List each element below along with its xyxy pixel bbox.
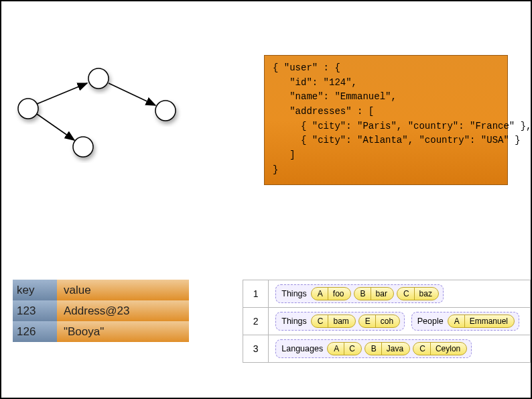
row-index: 1: [243, 280, 269, 308]
directed-graph: [15, 62, 202, 169]
kv-pill: CCeylon: [413, 342, 467, 355]
table-row: 1 Things Afoo Bbar Cbaz: [243, 280, 531, 308]
pill-val: C: [344, 343, 361, 355]
json-line: }: [273, 164, 278, 175]
row-cell: Languages AC BJava CCeylon: [269, 335, 531, 363]
kv-header-val: value: [57, 280, 189, 300]
pill-val: Java: [382, 343, 409, 355]
graph-node: [73, 137, 93, 157]
kv-val: "Booya": [57, 321, 189, 342]
json-line: "name": "Emmanuel",: [273, 91, 397, 102]
kv-pill: Bbar: [354, 287, 394, 300]
pill-val: bam: [328, 315, 354, 327]
kv-pill: Ecoh: [358, 315, 400, 328]
row-cell: Things Afoo Bbar Cbaz: [269, 280, 531, 308]
pill-key: A: [448, 315, 465, 327]
table-row: 3 Languages AC BJava CCeylon: [243, 335, 531, 363]
kv-header-row: key value: [13, 280, 189, 300]
json-line: { "city": "Paris", "country": "France" }…: [273, 121, 531, 131]
pill-key: C: [312, 315, 329, 327]
column-group: Things Afoo Bbar Cbaz: [275, 284, 444, 303]
pill-key: C: [413, 343, 431, 355]
pill-key: B: [365, 343, 382, 355]
column-group: People AEmmanuel: [411, 312, 519, 331]
kv-key: 123: [13, 300, 57, 321]
graph-node: [18, 99, 38, 119]
pill-key: A: [312, 288, 328, 300]
pill-key: E: [359, 315, 376, 327]
graph-node: [88, 68, 109, 89]
group-name: Things: [281, 289, 307, 298]
pill-val: coh: [376, 315, 399, 327]
pill-val: foo: [328, 288, 350, 300]
edge: [37, 114, 74, 140]
pill-val: Emmanuel: [465, 315, 514, 327]
pill-val: Ceylon: [431, 343, 466, 355]
kv-pill: AC: [327, 342, 362, 355]
kv-pill: AEmmanuel: [448, 315, 515, 328]
pill-val: bar: [371, 288, 393, 300]
row-index: 2: [243, 308, 269, 335]
pill-key: B: [354, 288, 371, 300]
pill-key: A: [328, 343, 344, 355]
kv-header-key: key: [13, 280, 57, 300]
edge: [37, 83, 87, 104]
edge: [109, 83, 155, 105]
json-line: { "city": "Atlanta", "country": "USA" }: [273, 135, 521, 146]
kv-row: 123 Address@23: [13, 300, 189, 321]
json-document-box: { "user" : { "id": "124", "name": "Emman…: [264, 55, 508, 185]
kv-pill: BJava: [364, 342, 410, 355]
kv-val: Address@23: [57, 300, 189, 321]
pill-key: C: [397, 288, 415, 300]
column-group: Languages AC BJava CCeylon: [275, 339, 472, 358]
key-value-table: key value 123 Address@23 126 "Booya": [13, 280, 189, 342]
kv-pill: Afoo: [311, 287, 351, 300]
kv-key: 126: [13, 321, 57, 342]
row-cell: Things Cbam Ecoh People AEmmanuel: [269, 308, 531, 335]
table-row: 2 Things Cbam Ecoh People AEmmanuel: [243, 308, 531, 335]
pill-val: baz: [415, 288, 438, 300]
json-line: ]: [273, 150, 295, 160]
json-line: "id": "124",: [273, 77, 357, 88]
group-name: Things: [281, 317, 307, 326]
group-name: Languages: [281, 344, 323, 353]
column-group: Things Cbam Ecoh: [275, 312, 405, 331]
row-index: 3: [243, 335, 269, 363]
group-name: People: [417, 317, 444, 326]
graph-node: [155, 101, 176, 121]
kv-row: 126 "Booya": [13, 321, 189, 342]
json-line: "addresses" : [: [273, 106, 374, 117]
kv-pill: Cbam: [311, 315, 356, 328]
diagram-page: { "user" : { "id": "124", "name": "Emman…: [0, 0, 532, 399]
kv-pill: Cbaz: [397, 287, 439, 300]
column-family-table: 1 Things Afoo Bbar Cbaz 2 Things Cbam Ec…: [243, 280, 531, 363]
json-line: { "user" : {: [273, 62, 340, 73]
